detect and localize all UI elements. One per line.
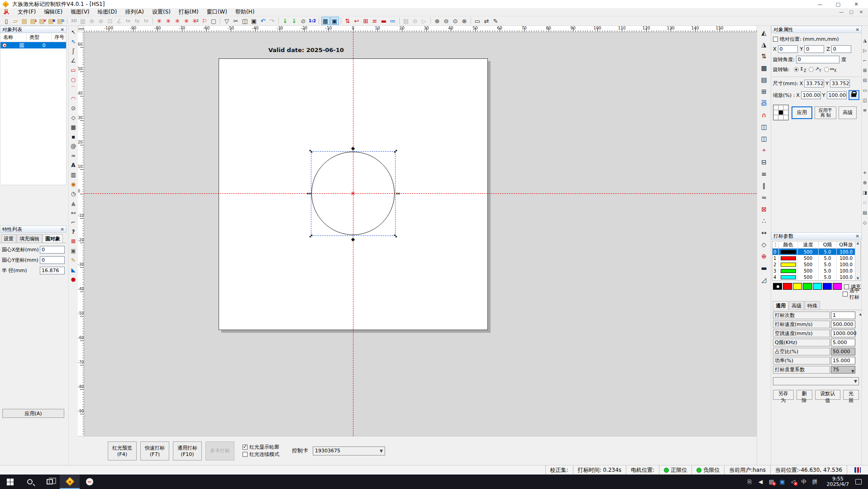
menu-mark[interactable]: 打标(M) <box>175 8 203 16</box>
tray-speaker-icon[interactable]: ◀ <box>755 479 766 485</box>
mark-param-button-2[interactable]: 设默认值 <box>815 390 840 400</box>
object-list-row[interactable]: 圆0 <box>0 42 66 48</box>
mark-param-button-0[interactable]: 另存为 <box>773 390 794 400</box>
palette-color-3[interactable] <box>803 283 812 290</box>
modify-array-icon[interactable]: ▤ <box>759 75 769 85</box>
rotation-axis-z-radio[interactable] <box>794 67 799 72</box>
toolbar-text-reorder-icon[interactable]: ↩ <box>353 17 361 25</box>
align-same-size-icon[interactable]: ◫ <box>862 96 868 104</box>
toolbar-axis-ty-icon[interactable]: ty <box>133 17 142 25</box>
property-field-input-1[interactable]: 0 <box>40 256 65 264</box>
close-icon[interactable]: ✕ <box>61 227 64 232</box>
tool-wave-icon[interactable]: ≈ <box>69 151 77 160</box>
modify-copy-object-icon[interactable]: ◫ <box>759 122 769 132</box>
toolbar-filter-icon[interactable]: ▽ <box>223 17 231 25</box>
taskbar-search-button[interactable] <box>20 475 40 489</box>
tool-ellipse-icon[interactable]: ○ <box>69 75 77 84</box>
taskbar-app-snip[interactable]: ✂ <box>80 475 100 489</box>
tray-monitor-app-icon[interactable]: ▣ <box>777 479 788 485</box>
menu-settings[interactable]: 设置(S) <box>148 8 175 16</box>
toolbar-stripes-icon[interactable]: ▬ <box>380 17 388 25</box>
anchor-cell[interactable] <box>778 110 783 115</box>
toolbar-reset-view-icon[interactable]: ⊡ <box>106 17 114 25</box>
anchor-point-grid[interactable] <box>773 105 789 120</box>
toolbar-draft-edit-icon[interactable]: ✎ <box>491 17 500 25</box>
palette-color-6[interactable] <box>833 283 842 290</box>
toolbar-spin-icon[interactable]: ⊛ <box>97 17 105 25</box>
selection-handle[interactable]: ↔ <box>306 191 310 196</box>
anchor-cell[interactable] <box>783 110 788 115</box>
anchor-cell[interactable] <box>778 115 783 120</box>
rotation-angle-field[interactable]: 0 <box>796 56 839 63</box>
tool-grid-table-icon[interactable]: ▦ <box>69 123 77 131</box>
mark-param-value-1[interactable]: 500.000 <box>831 321 855 328</box>
minimize-button[interactable]: — <box>811 1 829 7</box>
modify-grid-copy-icon[interactable]: ⊞ <box>759 86 769 96</box>
z-position-field[interactable]: 0 <box>831 45 851 53</box>
align-diamond-icon[interactable]: ◇ <box>862 219 868 226</box>
property-tab-2[interactable]: 圆对象 <box>43 234 63 243</box>
taskbar-clock[interactable]: 9:55 2025/4/7 <box>827 476 849 487</box>
align-origin-icon[interactable]: + <box>862 169 868 176</box>
advanced-button[interactable]: 高级 <box>839 106 857 119</box>
scroll-up-icon[interactable]: ▲ <box>859 312 862 316</box>
notification-center-icon[interactable] <box>855 479 862 484</box>
tool-barcode-icon[interactable]: ▥ <box>69 170 77 179</box>
toolbar-export-v-icon[interactable]: ▤V <box>38 17 47 25</box>
selection-handle[interactable]: ◆ <box>351 237 355 242</box>
toolbar-swap-view-icon[interactable]: ⇄ <box>482 17 491 25</box>
mdi-maximize-button[interactable]: ▢ <box>846 10 856 14</box>
modify-move-horizontal-icon[interactable]: ↔ <box>759 228 769 238</box>
red-preview-button[interactable]: 红光预览(F4) <box>108 441 137 460</box>
align-same-width-icon[interactable]: ▭ <box>862 86 868 94</box>
align-align-left-icon[interactable]: ◮ <box>862 37 868 44</box>
parameter-row[interactable]: 35005.0100.0 <box>773 268 860 274</box>
tool-point-icon[interactable]: ▪ <box>69 132 77 141</box>
tray-network-icon[interactable]: ▤× <box>766 479 777 485</box>
modify-matrix-icon[interactable]: 器 <box>759 98 769 108</box>
toolbar-red-light-icon[interactable]: ⚐ <box>200 17 209 25</box>
tool-arc-icon[interactable]: ⌒ <box>69 85 77 93</box>
toolbar-panel-icon[interactable]: ▷ <box>420 17 429 25</box>
mark-param-button-1[interactable]: 删除 <box>796 390 812 400</box>
tool-red-mark-icon[interactable]: ⊠ <box>69 237 77 245</box>
toolbar-redo-icon[interactable]: ↷ <box>268 17 277 25</box>
mark-param-value-0[interactable]: 1 <box>831 312 855 319</box>
toolbar-export-g-icon[interactable]: ▤G <box>57 17 65 25</box>
modify-snap-icon[interactable]: ∴ <box>759 216 769 226</box>
tray-usb-icon[interactable]: ⎘ <box>744 479 755 485</box>
tool-text-icon[interactable]: A <box>69 161 77 169</box>
toolbar-3d-view-icon[interactable]: 3D <box>70 17 78 25</box>
toolbar-copy-icon[interactable]: ◫ <box>241 17 249 25</box>
property-field-input-0[interactable]: 0 <box>40 246 65 254</box>
modify-align-up-icon[interactable]: ◭ <box>759 28 769 38</box>
toolbar-page-setup-icon[interactable]: ▭ <box>473 17 482 25</box>
tool-timer-icon[interactable]: ◷ <box>69 189 77 198</box>
modify-flip-icon[interactable]: ⇅ <box>759 51 769 61</box>
parameter-row[interactable]: 05005.0100.0 <box>773 249 860 255</box>
toolbar-import-param-icon[interactable]: ⇓ <box>290 17 299 25</box>
toolbar-laser-spot-4-icon[interactable]: ✳ <box>182 17 191 25</box>
drawing-canvas[interactable]: Valid date: 2025-06-10 ↔↔↔↔↔↔◆◆× <box>84 32 757 436</box>
selection-handle[interactable]: ◆ <box>351 146 355 151</box>
modify-remove-node-icon[interactable]: ⊟ <box>759 157 769 167</box>
toolbar-zoom-in-icon[interactable]: ⊕ <box>433 17 442 25</box>
mark-tab-2[interactable]: 特殊 <box>805 301 820 310</box>
rotation-axis-x-radio[interactable] <box>824 67 829 72</box>
close-icon[interactable]: ✕ <box>856 234 859 239</box>
x-position-field[interactable]: 0 <box>778 45 798 53</box>
toolbar-zoom-all-icon[interactable]: ⊙ <box>451 17 460 25</box>
toolbar-print-icon[interactable]: ▤ <box>402 17 410 25</box>
control-card-select[interactable]: 19303675 ▼ <box>313 446 385 455</box>
toolbar-laser-spot-x2-icon[interactable]: ✳2 <box>191 17 200 25</box>
rotation-axis-y-radio[interactable] <box>809 67 814 72</box>
y-position-field[interactable]: 0 <box>804 45 824 53</box>
align-center-icon[interactable]: ⊟ <box>862 77 868 84</box>
palette-color-1[interactable] <box>783 283 792 290</box>
modify-hatch-icon[interactable]: ▩ <box>759 63 769 73</box>
tray-ime-pinyin-icon[interactable]: 拼 <box>810 478 820 486</box>
menu-file[interactable]: 文件(F) <box>14 8 40 16</box>
palette-color-4[interactable] <box>813 283 822 290</box>
toolbar-axis-angle-icon[interactable]: ∠ <box>115 17 124 25</box>
palette-color-5[interactable] <box>823 283 832 290</box>
